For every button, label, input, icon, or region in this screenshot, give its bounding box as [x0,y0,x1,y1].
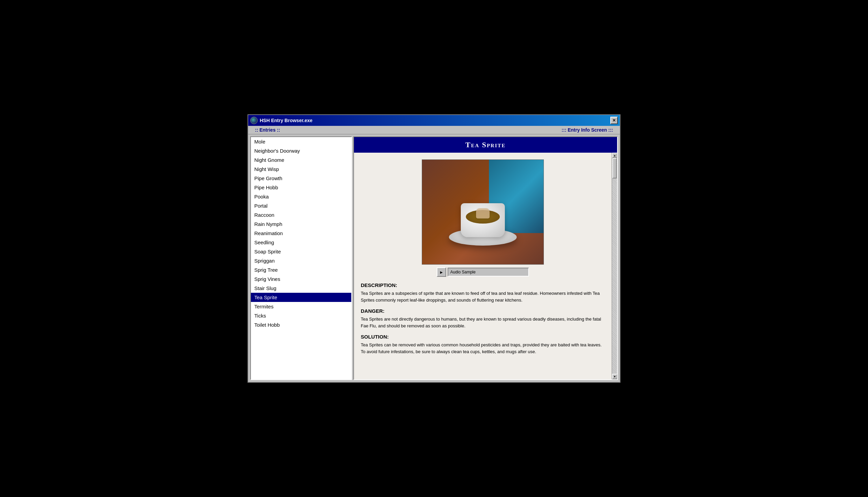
solution-text: Tea Sprites can be removed with various … [361,342,605,355]
menu-bar: :: Entries :: ::: Entry Info Screen ::: [248,126,620,134]
list-item[interactable]: Night Gnome [251,155,351,165]
list-item[interactable]: Stair Slug [251,284,351,293]
close-button[interactable]: ✕ [610,117,618,124]
description-section: DESCRIPTION: Tea Sprites are a subspecie… [361,282,605,303]
list-item[interactable]: Rain Nymph [251,219,351,229]
title-bar: HSH Entry Browser.exe ✕ [248,115,620,126]
list-item[interactable]: Seedling [251,238,351,247]
list-item[interactable]: Neighbor's Doorway [251,146,351,155]
entry-header: Tea Sprite [354,137,617,153]
info-label: ::: Entry Info Screen ::: [561,127,613,133]
play-icon: ▶ [440,270,443,274]
solution-section: SOLUTION: Tea Sprites can be removed wit… [361,334,605,355]
left-panel: MoleNeighbor's DoorwayNight GnomeNight W… [250,137,352,380]
tea-cup [461,203,505,237]
audio-progress-bar[interactable]: Audio Sample [447,268,529,276]
list-item[interactable]: Soap Sprite [251,247,351,256]
play-button[interactable]: ▶ [437,267,446,277]
right-panel: Tea Sprite [353,137,618,380]
list-item[interactable]: Sprig Vines [251,274,351,284]
list-item[interactable]: Tea Sprite [251,293,351,302]
scroll-up-arrow[interactable]: ▲ [612,153,617,158]
list-item[interactable]: Ticks [251,311,351,320]
tea-scene-illustration [422,160,544,264]
title-bar-left: HSH Entry Browser.exe [250,117,313,124]
list-item[interactable]: Portal [251,201,351,210]
list-item[interactable]: Raccoon [251,210,351,219]
scroll-thumb[interactable] [612,158,617,179]
danger-text: Tea Sprites are not directly dangerous t… [361,316,605,329]
list-item[interactable]: Sprig Tree [251,265,351,274]
list-item[interactable]: Termites [251,302,351,311]
entry-image [422,159,544,265]
danger-heading: DANGER: [361,308,605,314]
list-item[interactable]: Pipe Hobb [251,183,351,192]
audio-label: Audio Sample [450,270,476,274]
content-area: MoleNeighbor's DoorwayNight GnomeNight W… [248,134,620,382]
danger-section: DANGER: Tea Sprites are not directly dan… [361,308,605,329]
tea-fairy [476,208,490,218]
entries-label: :: Entries :: [255,127,280,133]
list-item[interactable]: Spriggan [251,256,351,265]
entries-list-scroll[interactable]: MoleNeighbor's DoorwayNight GnomeNight W… [251,137,351,379]
list-item[interactable]: Pooka [251,192,351,201]
description-heading: DESCRIPTION: [361,282,605,288]
right-scrollbar: ▲ ▼ [612,153,617,379]
description-text: Tea Sprites are a subspecies of sprite t… [361,290,605,303]
entry-content: ▶ Audio Sample DESCRIPTION: Tea Sprites … [354,153,612,379]
list-item[interactable]: Pipe Growth [251,174,351,183]
list-item[interactable]: Reanimation [251,229,351,238]
entries-list-container: MoleNeighbor's DoorwayNight GnomeNight W… [250,137,352,380]
entry-image-container: ▶ Audio Sample [361,159,605,277]
window-title: HSH Entry Browser.exe [260,118,313,123]
list-item[interactable]: Toilet Hobb [251,320,351,329]
solution-heading: SOLUTION: [361,334,605,340]
list-item[interactable]: Night Wisp [251,165,351,174]
scroll-down-arrow[interactable]: ▼ [612,374,617,379]
app-icon [250,117,258,124]
audio-control: ▶ Audio Sample [437,267,529,277]
main-window: HSH Entry Browser.exe ✕ :: Entries :: ::… [248,114,620,383]
scroll-track [612,158,617,374]
entry-title: Tea Sprite [465,140,505,149]
list-item[interactable]: Mole [251,137,351,146]
